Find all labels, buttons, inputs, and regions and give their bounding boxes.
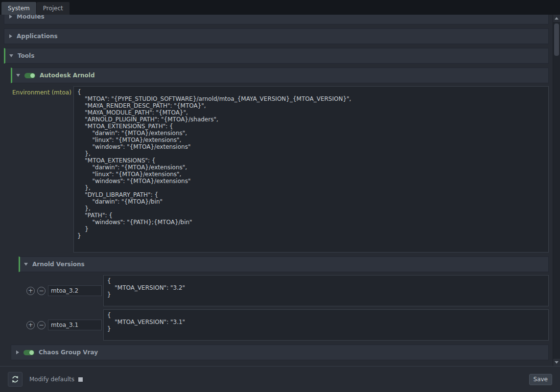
save-button[interactable]: Save: [529, 374, 552, 385]
scrollbar-down-button[interactable]: [553, 359, 560, 366]
tab-project[interactable]: Project: [37, 2, 70, 15]
enabled-toggle[interactable]: [24, 73, 35, 78]
version-row: + − { "MTOA_VERSION": "3.1" }: [19, 309, 549, 341]
collapse-arrow-icon: [9, 54, 13, 57]
version-row: + − { "MTOA_VERSION": "3.2" }: [19, 275, 549, 306]
section-title: Applications: [17, 33, 58, 40]
section-header-chaos-group-vray[interactable]: Chaos Group Vray: [11, 345, 549, 360]
group-autodesk-arnold: Autodesk Arnold Environment (mtoa) { "MT…: [11, 68, 549, 341]
section-header-modules[interactable]: Modules: [4, 15, 549, 24]
section-header-arnold-versions[interactable]: Arnold Versions: [19, 256, 549, 272]
settings-window: System Project Modules Applications: [0, 0, 560, 392]
add-version-button[interactable]: +: [26, 321, 35, 329]
refresh-button[interactable]: [8, 372, 23, 387]
content-wrap: Modules Applications Tools: [0, 15, 560, 366]
expand-arrow-icon: [16, 350, 19, 354]
vertical-scrollbar[interactable]: [553, 15, 560, 366]
environment-row: Environment (mtoa) { "MTOA": "{PYPE_STUD…: [11, 86, 549, 253]
scrollbar-thumb[interactable]: [554, 23, 559, 56]
section-title: Modules: [17, 15, 45, 20]
scrollbar-track[interactable]: [553, 22, 560, 359]
environment-mtoa-textarea[interactable]: { "MTOA": "{PYPE_STUDIO_SOFTWARE}/arnold…: [73, 86, 549, 253]
section-title: Chaos Group Vray: [39, 349, 98, 356]
footer-bar: Modify defaults Save: [0, 366, 560, 392]
modify-defaults-checkbox[interactable]: [78, 377, 83, 382]
version-key-input[interactable]: [48, 320, 102, 330]
version-value-textarea[interactable]: { "MTOA_VERSION": "3.1" }: [103, 309, 549, 341]
expand-arrow-icon: [9, 15, 12, 19]
version-row-controls: + −: [19, 320, 103, 330]
section-title: Arnold Versions: [32, 261, 85, 268]
arrow-up-icon: [555, 17, 559, 20]
section-tools: Tools Autodesk Arnold Environment (mtoa)…: [4, 48, 549, 360]
section-header-tools[interactable]: Tools: [4, 48, 549, 64]
arrow-down-icon: [555, 361, 559, 364]
collapse-arrow-icon: [24, 263, 28, 266]
add-version-button[interactable]: +: [26, 287, 35, 295]
expand-arrow-icon: [9, 34, 12, 38]
modify-defaults-control: Modify defaults: [29, 376, 83, 383]
section-title: Tools: [18, 52, 34, 59]
group-chaos-group-vray: Chaos Group Vray: [11, 345, 549, 360]
version-value-textarea[interactable]: { "MTOA_VERSION": "3.2" }: [103, 275, 549, 306]
section-modules: Modules: [4, 15, 549, 24]
section-header-autodesk-arnold[interactable]: Autodesk Arnold: [11, 68, 549, 83]
section-title: Autodesk Arnold: [40, 72, 95, 79]
tab-system[interactable]: System: [1, 2, 36, 15]
refresh-icon: [11, 375, 20, 384]
environment-label: Environment (mtoa): [11, 86, 73, 253]
group-arnold-versions: Arnold Versions + − { "MTOA_VERSION": "3…: [19, 256, 549, 341]
tab-bar: System Project: [0, 0, 560, 15]
version-row-controls: + −: [19, 285, 103, 296]
version-key-input[interactable]: [48, 285, 102, 296]
scrollbar-up-button[interactable]: [553, 15, 560, 22]
remove-version-button[interactable]: −: [37, 321, 46, 329]
section-header-applications[interactable]: Applications: [4, 28, 549, 44]
collapse-arrow-icon: [16, 74, 20, 77]
section-applications: Applications: [4, 28, 549, 44]
modify-defaults-label: Modify defaults: [29, 376, 74, 383]
remove-version-button[interactable]: −: [37, 287, 46, 295]
enabled-toggle[interactable]: [23, 350, 34, 355]
settings-scroll-area: Modules Applications Tools: [0, 15, 553, 366]
